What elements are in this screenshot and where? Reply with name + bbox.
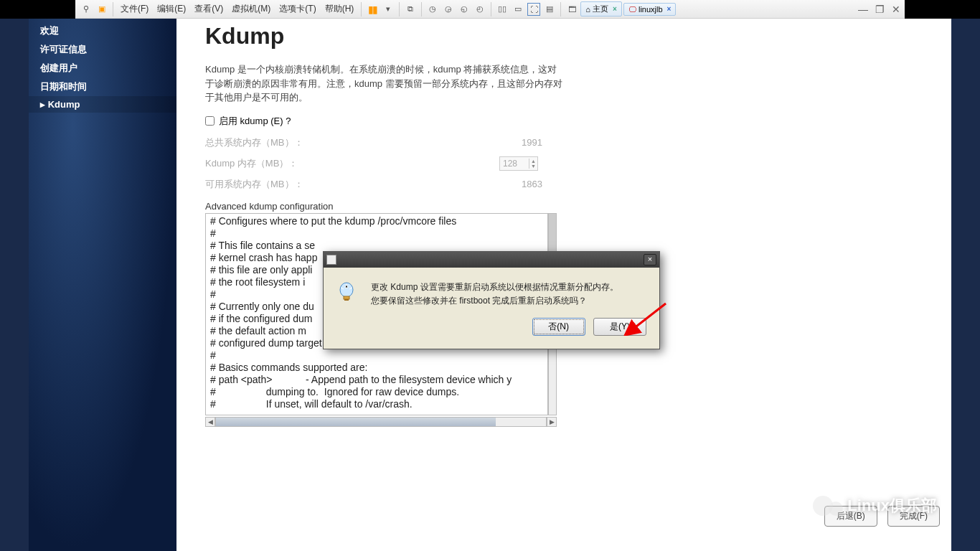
sidebar-item-kdump[interactable]: Kdump [29, 96, 176, 113]
clock2-icon[interactable]: ◶ [442, 3, 455, 16]
sidebar-item-user[interactable]: 创建用户 [29, 59, 176, 77]
available-memory-value: 1863 [499, 179, 542, 189]
view2-icon[interactable]: ▭ [512, 3, 524, 16]
enable-kdump-checkbox[interactable] [205, 116, 215, 126]
total-memory-value: 1991 [499, 137, 542, 148]
tab-linuxjlb-label: linuxjlb [639, 5, 663, 14]
menu-edit[interactable]: 编辑(E) [157, 3, 186, 15]
horizontal-scrollbar[interactable]: ◀ ▶ [205, 417, 557, 427]
unity-icon[interactable]: ▤ [543, 3, 556, 16]
total-memory-label: 总共系统内存（MB）： [205, 136, 499, 149]
firstboot-sidebar: 欢迎 许可证信息 创建用户 日期和时间 Kdump [29, 19, 176, 551]
wechat-icon [813, 496, 843, 516]
scroll-left-icon[interactable]: ◀ [205, 417, 215, 427]
fullscreen-icon[interactable]: ⛶ [527, 3, 540, 16]
window-controls: ― ❐ ✕ [858, 4, 900, 15]
dialog-titlebar[interactable]: × [324, 252, 659, 268]
guest-screen: 欢迎 许可证信息 创建用户 日期和时间 Kdump Kdump Kdump 是一… [0, 19, 980, 551]
dialog-message: 更改 Kdump 设置需要重新启动系统以便根据情况重新分配内存。 您要保留这些修… [371, 281, 618, 308]
yes-button[interactable]: 是(Y) [593, 318, 646, 336]
tab-home[interactable]: ⌂ 主页 × [580, 1, 622, 17]
restore-icon[interactable]: ❐ [875, 4, 885, 15]
tab-home-label: 主页 [593, 4, 608, 14]
available-memory-label: 可用系统内存（MB）： [205, 178, 499, 191]
sidebar-item-datetime[interactable]: 日期和时间 [29, 77, 176, 96]
no-button[interactable]: 否(N) [532, 318, 585, 336]
close-icon[interactable]: ✕ [892, 4, 900, 15]
dropdown-icon[interactable]: ▾ [382, 3, 395, 16]
vm-icon: 🖵 [628, 5, 636, 14]
kdump-memory-input[interactable] [500, 157, 529, 170]
menu-tabs[interactable]: 选项卡(T) [279, 3, 316, 15]
close-icon[interactable]: × [667, 5, 672, 13]
tab-linuxjlb[interactable]: 🖵 linuxjlb × [623, 3, 677, 16]
menu-file[interactable]: 文件(F) [121, 3, 149, 15]
view1-icon[interactable]: ▯▯ [496, 3, 509, 16]
vmware-toolbar: ⚲ ▣ 文件(F) 编辑(E) 查看(V) 虚拟机(M) 选项卡(T) 帮助(H… [75, 0, 905, 19]
vmware-logo-icon[interactable]: ▣ [95, 3, 108, 16]
page-description: Kdump 是一个内核崩溃转储机制。在系统崩溃的时候，kdump 将捕获系统信息… [205, 62, 564, 105]
svg-rect-1 [344, 296, 349, 299]
restart-dialog: × 更改 Kdump 设置需要重新启动系统以便根据情况重新分配内存。 您要保留这… [323, 251, 660, 349]
menu-help[interactable]: 帮助(H) [325, 3, 354, 15]
advanced-config-label: Advanced kdump configuration [205, 201, 930, 212]
close-icon[interactable]: × [613, 5, 617, 13]
menu-vm[interactable]: 虚拟机(M) [232, 3, 270, 15]
minimize-icon[interactable]: ― [858, 4, 868, 15]
close-icon[interactable]: × [644, 254, 656, 265]
scroll-right-icon[interactable]: ▶ [547, 417, 557, 427]
enable-kdump-label: 启用 kdump (E) ? [219, 115, 291, 128]
pause-icon[interactable]: ▮▮ [366, 3, 379, 16]
kdump-memory-label: Kdump 内存（MB）： [205, 157, 499, 170]
clock3-icon[interactable]: ◵ [458, 3, 471, 16]
document-icon [326, 255, 336, 265]
library-icon[interactable]: 🗔 [565, 3, 578, 16]
home-icon: ⌂ [585, 5, 590, 14]
connect-icon[interactable]: ⚲ [80, 3, 93, 16]
sidebar-item-license[interactable]: 许可证信息 [29, 40, 176, 59]
menu-view[interactable]: 查看(V) [194, 3, 223, 15]
kdump-memory-spinner[interactable]: ▲▼ [499, 156, 538, 171]
page-title: Kdump [205, 23, 930, 50]
sidebar-item-welcome[interactable]: 欢迎 [29, 22, 176, 40]
snapshot-icon[interactable]: ⧉ [404, 3, 417, 16]
lightbulb-icon [335, 281, 358, 303]
watermark: Linux俱乐部 [813, 495, 937, 517]
clock4-icon[interactable]: ◴ [473, 3, 486, 16]
clock1-icon[interactable]: ◷ [426, 3, 439, 16]
svg-rect-2 [344, 299, 349, 301]
